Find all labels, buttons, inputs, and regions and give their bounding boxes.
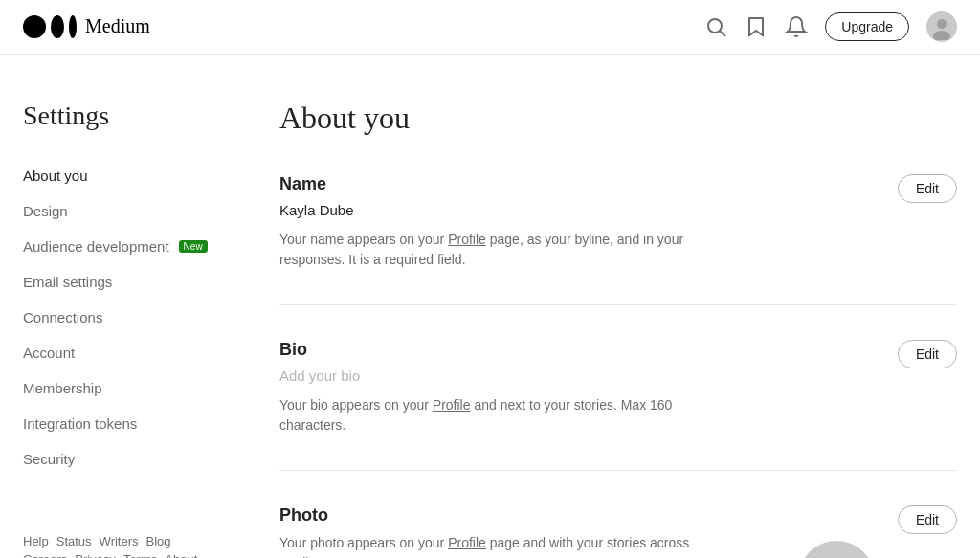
name-edit-button[interactable]: Edit (898, 174, 957, 203)
sidebar-item-audience-development[interactable]: Audience development New (23, 229, 211, 264)
footer-link-help[interactable]: Help (23, 534, 49, 548)
svg-point-2 (69, 15, 77, 38)
bio-value: Add your bio (279, 368, 875, 384)
sidebar-nav: About you Design Audience development Ne… (23, 158, 211, 477)
name-section: Name Kayla Dube Your name appears on you… (279, 174, 957, 305)
photo-section-header: Photo Your photo appears on your Profile… (279, 505, 957, 558)
name-description: Your name appears on your Profile page, … (279, 230, 739, 270)
svg-point-7 (933, 31, 950, 40)
bio-edit-button[interactable]: Edit (898, 340, 957, 368)
footer-link-status[interactable]: Status (56, 534, 92, 548)
header-actions: Upgrade (704, 11, 957, 42)
bookmark-icon[interactable] (745, 15, 768, 38)
footer-link-careers[interactable]: Careers (23, 552, 67, 558)
profile-link-bio[interactable]: Profile (433, 397, 471, 413)
photo-avatar (798, 541, 875, 558)
name-label: Name (279, 174, 875, 194)
sidebar-item-integration-tokens[interactable]: Integration tokens (23, 406, 211, 441)
svg-line-5 (721, 32, 726, 37)
sidebar-title: Settings (23, 100, 211, 131)
photo-edit-button[interactable]: Edit (898, 505, 957, 534)
sidebar-item-label: Account (23, 345, 75, 361)
sidebar-item-label: Integration tokens (23, 415, 137, 432)
photo-section-content: Photo Your photo appears on your Profile… (279, 505, 875, 558)
upgrade-button[interactable]: Upgrade (825, 12, 909, 41)
svg-text:Medium: Medium (85, 15, 150, 36)
svg-point-0 (23, 15, 46, 38)
name-section-header: Name Kayla Dube Your name appears on you… (279, 174, 957, 270)
sidebar-item-label: Membership (23, 380, 102, 396)
profile-link-photo[interactable]: Profile (448, 535, 486, 550)
bio-section-content: Bio Add your bio Your bio appears on you… (279, 340, 875, 435)
logo[interactable]: Medium (23, 13, 210, 40)
sidebar: Settings About you Design Audience devel… (23, 100, 234, 558)
avatar[interactable] (926, 11, 957, 42)
sidebar-item-about-you[interactable]: About you (23, 158, 211, 193)
sidebar-footer: Help Status Writers Blog Careers Privacy… (23, 534, 211, 558)
svg-point-1 (51, 15, 64, 38)
svg-point-6 (937, 19, 947, 29)
medium-logo-svg: Medium (23, 13, 210, 40)
photo-section: Photo Your photo appears on your Profile… (279, 505, 957, 558)
profile-link-name[interactable]: Profile (448, 232, 486, 247)
photo-area: Your photo appears on your Profile page … (279, 533, 875, 558)
sidebar-item-email-settings[interactable]: Email settings (23, 264, 211, 300)
sidebar-item-label: Audience development (23, 238, 169, 255)
main-content: About you Name Kayla Dube Your name appe… (234, 100, 957, 558)
sidebar-item-design[interactable]: Design (23, 193, 211, 229)
sidebar-item-account[interactable]: Account (23, 335, 211, 370)
bio-label: Bio (279, 340, 875, 360)
bio-section-header: Bio Add your bio Your bio appears on you… (279, 340, 957, 435)
sidebar-item-connections[interactable]: Connections (23, 300, 211, 335)
bio-section: Bio Add your bio Your bio appears on you… (279, 340, 957, 471)
sidebar-item-label: Security (23, 451, 75, 467)
page-title: About you (279, 100, 957, 136)
sidebar-item-security[interactable]: Security (23, 441, 211, 477)
search-icon[interactable] (704, 15, 727, 38)
sidebar-item-label: About you (23, 167, 88, 184)
footer-links: Help Status Writers Blog (23, 534, 211, 548)
photo-label: Photo (279, 505, 875, 525)
footer-link-privacy[interactable]: Privacy (75, 552, 116, 558)
footer-link-writers[interactable]: Writers (100, 534, 139, 548)
new-badge: New (179, 240, 208, 253)
footer-links-row2: Careers Privacy Terms About (23, 552, 211, 558)
name-value: Kayla Dube (279, 202, 875, 218)
sidebar-item-membership[interactable]: Membership (23, 370, 211, 406)
header: Medium Upgrade (0, 0, 980, 55)
photo-description-area: Your photo appears on your Profile page … (279, 533, 775, 558)
sidebar-item-label: Email settings (23, 274, 112, 290)
footer-link-about[interactable]: About (165, 552, 197, 558)
notification-icon[interactable] (785, 15, 808, 38)
footer-link-blog[interactable]: Blog (146, 534, 171, 548)
layout: Settings About you Design Audience devel… (0, 55, 980, 558)
footer-link-terms[interactable]: Terms (123, 552, 157, 558)
avatar-placeholder-svg (808, 550, 865, 558)
photo-description: Your photo appears on your Profile page … (279, 533, 739, 558)
avatar-svg (928, 13, 955, 40)
sidebar-item-label: Connections (23, 309, 102, 325)
sidebar-item-label: Design (23, 203, 68, 219)
name-section-content: Name Kayla Dube Your name appears on you… (279, 174, 875, 270)
bio-description: Your bio appears on your Profile and nex… (279, 395, 739, 435)
svg-point-4 (708, 19, 722, 33)
